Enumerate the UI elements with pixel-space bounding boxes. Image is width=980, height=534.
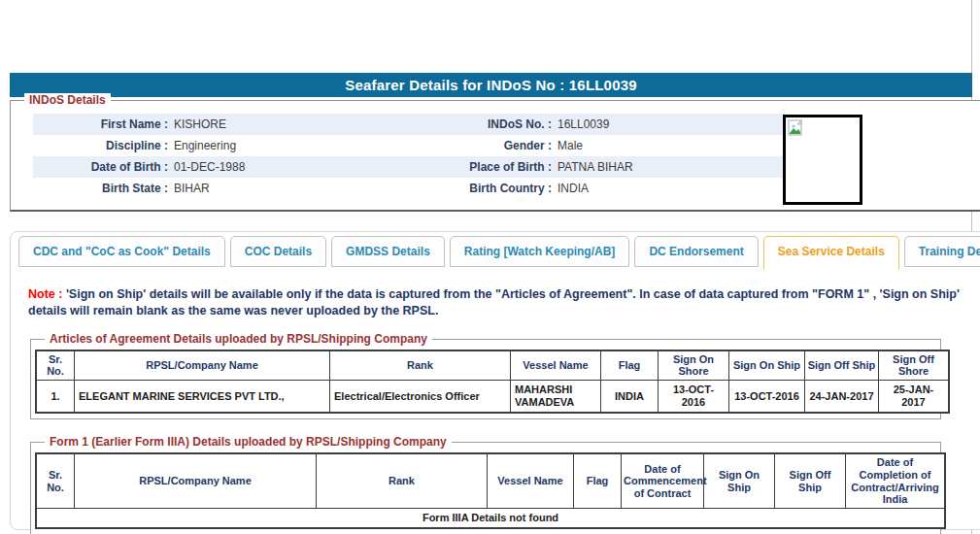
- field-value: 01-DEC-1988: [174, 160, 436, 174]
- table-row: 1.ELEGANT MARINE SERVICES PVT LTD.,Elect…: [37, 381, 948, 412]
- table-header-row: Sr. No.RPSL/Company NameRankVessel NameF…: [37, 454, 944, 508]
- indos-details-fieldset: INDoS Details First Name :KISHOREINDoS N…: [10, 100, 980, 212]
- field-label: Birth State :: [33, 182, 174, 195]
- table-header-cell: Flag: [601, 351, 658, 380]
- table-header-cell: Rank: [330, 351, 510, 380]
- articles-of-agreement-legend: Articles of Agreement Details uploaded b…: [45, 332, 432, 346]
- field-label: Birth Country :: [436, 182, 558, 195]
- indos-details-rows: First Name :KISHOREINDoS No. :16LL0039Di…: [33, 114, 788, 199]
- page-title: Seafarer Details for INDoS No : 16LL0039: [345, 77, 637, 93]
- indos-detail-row: Discipline :EngineeringGender :Male: [33, 135, 788, 156]
- seafarer-photo-box: [783, 115, 862, 205]
- table-header-cell: Sign Off Ship: [805, 351, 878, 380]
- field-label: Gender :: [436, 139, 558, 152]
- indos-details-legend: INDoS Details: [24, 93, 111, 107]
- sea-service-tab-panel: CDC and "CoC as Cook" DetailsCOC Details…: [10, 231, 980, 530]
- table-header-cell: Date of Completion of Contract/Arriving …: [846, 454, 944, 508]
- table-header-cell: Rank: [317, 454, 487, 508]
- table-header-cell: Sign Off Shore: [879, 351, 948, 380]
- table-header-cell: RPSL/Company Name: [75, 351, 329, 380]
- table-header-cell: Vessel Name: [511, 351, 600, 380]
- table-cell: INDIA: [601, 381, 658, 412]
- table-empty-message: Form IIIA Details not found: [37, 509, 944, 527]
- page-title-bar: Seafarer Details for INDoS No : 16LL0039: [10, 73, 972, 97]
- broken-image-icon: [786, 119, 860, 136]
- field-label: First Name :: [33, 117, 174, 131]
- indos-detail-row: First Name :KISHOREINDoS No. :16LL0039: [33, 114, 788, 135]
- field-value: BIHAR: [174, 182, 436, 195]
- tab-coc-details[interactable]: COC Details: [230, 236, 326, 267]
- field-label: Place of Birth :: [436, 160, 558, 174]
- field-value: KISHORE: [174, 117, 436, 131]
- form1-table: Sr. No.RPSL/Company NameRankVessel NameF…: [35, 452, 946, 529]
- note-prefix: Note :: [28, 287, 62, 301]
- field-value: 16LL0039: [558, 117, 788, 131]
- tab-gmdss-details[interactable]: GMDSS Details: [331, 236, 445, 267]
- table-header-cell: Vessel Name: [488, 454, 573, 508]
- field-label: Date of Birth :: [33, 160, 174, 174]
- table-header-cell: Date of Commencement of Contract: [622, 454, 703, 508]
- field-label: INDoS No. :: [436, 117, 558, 131]
- tab-rating-watch-keeping-ab[interactable]: Rating [Watch Keeping/AB]: [450, 236, 630, 267]
- table-cell: Electrical/Electronics Officer: [330, 381, 510, 412]
- table-header-cell: Sign Off Ship: [775, 454, 845, 508]
- indos-detail-row: Birth State :BIHARBirth Country :INDIA: [33, 178, 788, 199]
- table-header-cell: Sign On Ship: [704, 454, 774, 508]
- form1-legend: Form 1 (Earlier Form IIIA) Details uploa…: [45, 435, 452, 449]
- table-header-cell: RPSL/Company Name: [75, 454, 316, 508]
- table-header-cell: Sr. No.: [37, 351, 74, 380]
- field-value: INDIA: [558, 182, 788, 195]
- tab-training-details[interactable]: Training Details: [904, 236, 980, 267]
- tab-dc-endorsement[interactable]: DC Endorsement: [634, 236, 758, 267]
- table-cell: 13-OCT-2016: [729, 381, 804, 412]
- table-header-cell: Flag: [574, 454, 621, 508]
- table-cell: 1.: [37, 381, 74, 412]
- tab-sea-service-details[interactable]: Sea Service Details: [763, 236, 899, 270]
- tab-cdc-and-coc-as-cook-details[interactable]: CDC and "CoC as Cook" Details: [18, 236, 225, 267]
- table-header-row: Sr. No.RPSL/Company NameRankVessel NameF…: [37, 351, 948, 380]
- field-label: Discipline :: [33, 139, 174, 152]
- table-cell: 24-JAN-2017: [805, 381, 878, 412]
- field-value: PATNA BIHAR: [558, 160, 788, 174]
- articles-of-agreement-table: Sr. No.RPSL/Company NameRankVessel NameF…: [35, 350, 950, 415]
- table-cell: 13-OCT-2016: [659, 381, 728, 412]
- articles-of-agreement-fieldset: Articles of Agreement Details uploaded b…: [30, 339, 941, 420]
- table-empty-row: Form IIIA Details not found: [37, 509, 944, 527]
- table-cell: MAHARSHI VAMADEVA: [511, 381, 600, 412]
- table-header-cell: Sign On Ship: [729, 351, 804, 380]
- field-value: Male: [558, 139, 788, 152]
- note-body: 'Sign on Ship' details will be available…: [28, 287, 960, 317]
- table-header-cell: Sr. No.: [37, 454, 74, 508]
- sign-on-ship-note: Note : 'Sign on Ship' details will be av…: [28, 286, 961, 319]
- table-header-cell: Sign On Shore: [659, 351, 728, 380]
- table-cell: 25-JAN-2017: [879, 381, 948, 412]
- table-cell: ELEGANT MARINE SERVICES PVT LTD.,: [75, 381, 329, 412]
- indos-detail-row: Date of Birth :01-DEC-1988Place of Birth…: [33, 156, 788, 178]
- field-value: Engineering: [174, 139, 436, 152]
- tab-strip: CDC and "CoC as Cook" DetailsCOC Details…: [11, 232, 980, 267]
- form1-fieldset: Form 1 (Earlier Form IIIA) Details uploa…: [30, 442, 941, 534]
